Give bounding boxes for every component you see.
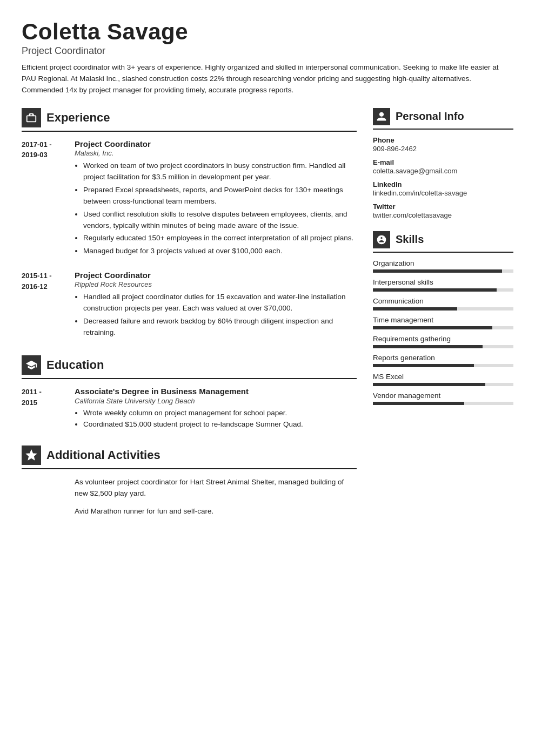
exp-dates-0: 2017-01 -2019-03 (22, 139, 65, 259)
skill-name-7: Vendor management (373, 392, 513, 400)
skill-item-3: Time management (373, 316, 513, 329)
info-value-0: 909-896-2462 (373, 145, 513, 153)
activity-entry-1: Avid Marathon runner for fun and self-ca… (22, 506, 357, 517)
experience-section: Experience 2017-01 -2019-03Project Coord… (22, 108, 357, 340)
exp-content-1: Project CoordinatorRippled Rock Resource… (75, 271, 357, 340)
activities-icon (22, 446, 41, 465)
skill-item-5: Reports generation (373, 354, 513, 367)
exp-bullet-0-2: Used conflict resolution skills to resol… (83, 209, 357, 232)
exp-company-0: Malaski, Inc. (75, 149, 357, 157)
skill-bar-bg-3 (373, 326, 513, 329)
exp-job-title-1: Project Coordinator (75, 271, 357, 280)
info-field-1: E-mailcoletta.savage@gmail.com (373, 158, 513, 175)
exp-company-1: Rippled Rock Resources (75, 280, 357, 288)
edu-bullets-0: Wrote weekly column on project managemen… (75, 408, 357, 430)
personal-info-section: Personal Info Phone909-896-2462E-mailcol… (373, 108, 513, 219)
skills-entries: OrganizationInterpersonal skillsCommunic… (373, 259, 513, 405)
personal-info-header: Personal Info (373, 108, 513, 130)
skill-bar-bg-6 (373, 383, 513, 386)
skill-bar-fill-4 (373, 345, 483, 348)
education-entry-0: 2011 -2015Associate's Degree in Business… (22, 387, 357, 430)
exp-dates-1: 2015-11 -2016-12 (22, 271, 65, 340)
edu-content-0: Associate's Degree in Business Managemen… (75, 387, 357, 430)
activities-header: Additional Activities (22, 446, 357, 469)
skill-item-7: Vendor management (373, 392, 513, 405)
info-label-2: LinkedIn (373, 180, 513, 188)
candidate-title: Project Coordinator (22, 45, 513, 57)
experience-entry-1: 2015-11 -2016-12Project CoordinatorRippl… (22, 271, 357, 340)
info-label-0: Phone (373, 136, 513, 144)
activity-text-1: Avid Marathon runner for fun and self-ca… (75, 506, 357, 517)
skill-bar-fill-7 (373, 402, 464, 405)
info-field-0: Phone909-896-2462 (373, 136, 513, 153)
experience-entry-0: 2017-01 -2019-03Project CoordinatorMalas… (22, 139, 357, 259)
info-value-2: linkedin.com/in/coletta-savage (373, 189, 513, 197)
exp-content-0: Project CoordinatorMalaski, Inc.Worked o… (75, 139, 357, 259)
skill-bar-fill-3 (373, 326, 492, 329)
main-two-col: Experience 2017-01 -2019-03Project Coord… (22, 108, 513, 532)
skills-section: Skills OrganizationInterpersonal skillsC… (373, 231, 513, 405)
edu-bullet-0-1: Coordinated $15,000 student project to r… (83, 419, 357, 430)
exp-bullet-1-1: Decreased failure and rework backlog by … (83, 316, 357, 339)
skill-item-0: Organization (373, 259, 513, 273)
education-title: Education (46, 358, 104, 372)
education-entries: 2011 -2015Associate's Degree in Business… (22, 387, 357, 430)
experience-icon (22, 108, 41, 127)
activities-entries: As volunteer project coordinator for Har… (22, 477, 357, 517)
skill-name-1: Interpersonal skills (373, 278, 513, 286)
skill-name-3: Time management (373, 316, 513, 324)
skill-item-2: Communication (373, 297, 513, 310)
resume-page: Coletta Savage Project Coordinator Effic… (0, 0, 535, 756)
edu-school-0: California State University Long Beach (75, 397, 357, 405)
skill-name-0: Organization (373, 259, 513, 267)
summary-text: Efficient project coordinator with 3+ ye… (22, 62, 513, 96)
personal-info-fields: Phone909-896-2462E-mailcoletta.savage@gm… (373, 136, 513, 219)
edu-degree-0: Associate's Degree in Business Managemen… (75, 387, 357, 396)
exp-bullet-1-0: Handled all project coordinator duties f… (83, 292, 357, 314)
left-column: Experience 2017-01 -2019-03Project Coord… (22, 108, 357, 532)
skill-name-4: Requirements gathering (373, 335, 513, 343)
skill-bar-bg-2 (373, 307, 513, 310)
skill-name-6: MS Excel (373, 373, 513, 381)
info-label-1: E-mail (373, 158, 513, 166)
skill-item-6: MS Excel (373, 373, 513, 386)
right-column: Personal Info Phone909-896-2462E-mailcol… (373, 108, 513, 417)
header-section: Coletta Savage Project Coordinator Effic… (22, 19, 513, 96)
edu-dates-0: 2011 -2015 (22, 387, 65, 430)
activity-text-0: As volunteer project coordinator for Har… (75, 477, 357, 500)
info-field-3: Twittertwitter.com/colettasavage (373, 202, 513, 219)
education-section: Education 2011 -2015Associate's Degree i… (22, 355, 357, 430)
skill-bar-bg-5 (373, 364, 513, 367)
education-header: Education (22, 355, 357, 379)
activity-entry-0: As volunteer project coordinator for Har… (22, 477, 357, 500)
skill-bar-bg-7 (373, 402, 513, 405)
exp-bullet-0-1: Prepared Excel spreadsheets, reports, an… (83, 185, 357, 207)
skill-item-4: Requirements gathering (373, 335, 513, 348)
personal-info-icon (373, 108, 390, 125)
exp-bullets-1: Handled all project coordinator duties f… (75, 292, 357, 339)
info-label-3: Twitter (373, 202, 513, 211)
activities-title: Additional Activities (46, 448, 160, 462)
exp-bullet-0-3: Regularly educated 150+ employees in the… (83, 233, 357, 244)
info-field-2: LinkedInlinkedin.com/in/coletta-savage (373, 180, 513, 197)
skill-bar-bg-4 (373, 345, 513, 348)
experience-title: Experience (46, 111, 110, 125)
skill-bar-bg-1 (373, 288, 513, 292)
experience-header: Experience (22, 108, 357, 132)
education-icon (22, 355, 41, 375)
skill-item-1: Interpersonal skills (373, 278, 513, 292)
skill-bar-fill-5 (373, 364, 474, 367)
info-value-3: twitter.com/colettasavage (373, 211, 513, 219)
experience-entries: 2017-01 -2019-03Project CoordinatorMalas… (22, 139, 357, 340)
info-value-1: coletta.savage@gmail.com (373, 167, 513, 175)
exp-bullets-0: Worked on team of two project coordinato… (75, 160, 357, 257)
exp-bullet-0-0: Worked on team of two project coordinato… (83, 160, 357, 183)
exp-job-title-0: Project Coordinator (75, 139, 357, 148)
skill-name-5: Reports generation (373, 354, 513, 362)
skill-bar-bg-0 (373, 269, 513, 273)
exp-bullet-0-4: Managed budget for 3 projects valued at … (83, 246, 357, 257)
skill-bar-fill-0 (373, 269, 502, 273)
personal-info-title: Personal Info (396, 110, 464, 123)
edu-bullet-0-0: Wrote weekly column on project managemen… (83, 408, 357, 419)
skill-bar-fill-1 (373, 288, 497, 292)
